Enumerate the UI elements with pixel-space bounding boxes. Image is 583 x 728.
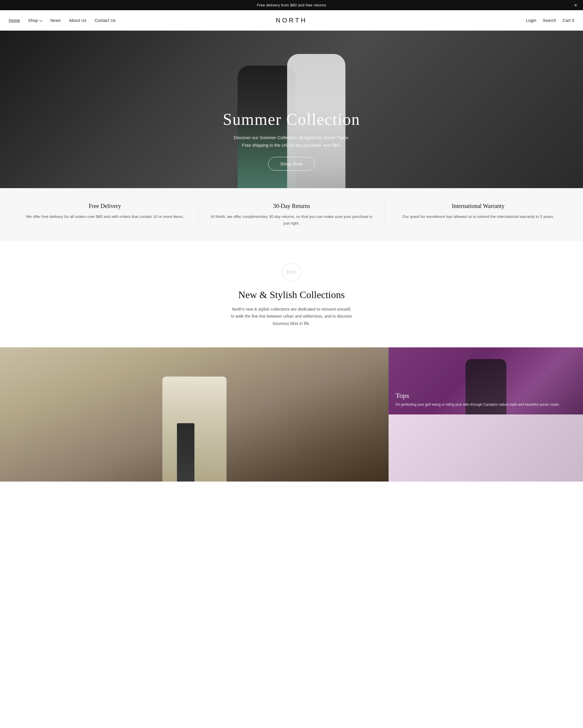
features-section: Free Delivery We offer free delivery for…: [0, 188, 583, 241]
collections-title: New & Stylish Collections: [12, 289, 571, 301]
site-logo[interactable]: NORTH: [276, 17, 307, 24]
nav-right: Login Search Cart 0: [526, 18, 574, 23]
header: Home Shop News About Us Contact Us NORTH…: [0, 10, 583, 31]
feature-warranty-title: International Warranty: [394, 203, 563, 209]
nav-home[interactable]: Home: [9, 18, 20, 23]
feature-free-delivery: Free Delivery We offer free delivery for…: [12, 203, 198, 227]
nav-about[interactable]: About Us: [69, 18, 87, 23]
product-bottom-right[interactable]: [389, 414, 583, 482]
shop-chevron-icon: [39, 18, 43, 22]
nav-shop[interactable]: Shop: [28, 18, 42, 23]
collections-desc: North's new & stylish collections are de…: [230, 306, 353, 327]
nav-search[interactable]: Search: [543, 18, 556, 23]
hero-subtitle: Discover our Summer Collection, designed…: [223, 134, 360, 149]
product-large-left[interactable]: [0, 347, 389, 482]
nav-cart[interactable]: Cart 0: [563, 18, 574, 23]
product-jacket-visual: [0, 347, 389, 482]
nav-login[interactable]: Login: [526, 18, 536, 23]
tops-label: Tops It's perfecting your golf swing or …: [395, 392, 560, 408]
svg-point-0: [282, 263, 301, 282]
nav-left: Home Shop News About Us Contact Us: [9, 18, 116, 23]
hero-title: Summer Collection: [223, 110, 360, 129]
feature-warranty: International Warranty Our quest for exc…: [385, 203, 571, 227]
feature-returns: 30-Day Returns At North, we offer compli…: [198, 203, 385, 227]
tops-title: Tops: [395, 392, 560, 399]
nav-news[interactable]: News: [50, 18, 61, 23]
shop-now-button[interactable]: Shop Now: [268, 157, 314, 171]
feature-warranty-desc: Our quest for excellence has allowed us …: [394, 213, 563, 220]
tops-desc: It's perfecting your golf swing or ridin…: [395, 402, 560, 408]
feature-returns-desc: At North, we offer complimentary 30 day …: [207, 213, 376, 227]
nav-contact[interactable]: Contact Us: [95, 18, 116, 23]
collections-icon: [281, 262, 302, 282]
feature-delivery-desc: We offer free delivery for all orders ov…: [20, 213, 189, 220]
product-grid: Tops It's perfecting your golf swing or …: [0, 347, 583, 482]
product-right-column: Tops It's perfecting your golf swing or …: [389, 347, 583, 482]
svg-point-1: [290, 271, 293, 273]
feature-delivery-title: Free Delivery: [20, 203, 189, 209]
product-tops[interactable]: Tops It's perfecting your golf swing or …: [389, 347, 583, 414]
announcement-bar: Free delivery from $60 and free returns …: [0, 0, 583, 10]
feature-returns-title: 30-Day Returns: [207, 203, 376, 209]
announcement-close-button[interactable]: ×: [574, 3, 577, 8]
hero-content: Summer Collection Discover our Summer Co…: [223, 110, 360, 171]
collections-section: New & Stylish Collections North's new & …: [0, 241, 583, 342]
hero-section: Summer Collection Discover our Summer Co…: [0, 31, 583, 188]
announcement-text: Free delivery from $60 and free returns: [257, 3, 326, 7]
